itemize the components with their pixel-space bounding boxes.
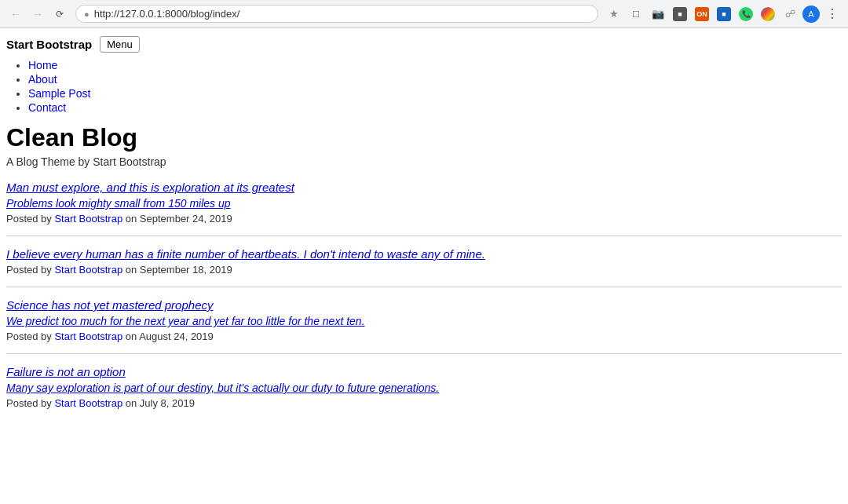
nav-link-sample-post[interactable]: Sample Post: [28, 87, 90, 100]
nav-item-about: About: [28, 73, 842, 86]
post-1-subtitle-link[interactable]: Problems look mighty small from 150 mile…: [6, 197, 842, 210]
nav-item-contact: Contact: [28, 101, 842, 114]
post-4-subtitle-link[interactable]: Many say exploration is part of our dest…: [6, 382, 842, 394]
post-2-meta: Posted by Start Bootstrap on September 1…: [6, 264, 842, 276]
blog-subtitle: A Blog Theme by Start Bootstrap: [6, 155, 842, 168]
post-4-date: July 8, 2019: [140, 397, 195, 409]
extension5-icon[interactable]: [758, 5, 777, 24]
extension4-icon[interactable]: 📞: [737, 5, 755, 24]
post-1-author-link[interactable]: Start Bootstrap: [54, 213, 122, 225]
ext4-circle: 📞: [739, 7, 753, 21]
post-1-title-link[interactable]: Man must explore, and this is exploratio…: [6, 181, 842, 194]
post-2-date: September 18, 2019: [140, 264, 232, 276]
chrome-menu-icon[interactable]: ⋮: [823, 5, 842, 24]
post-item-1: Man must explore, and this is exploratio…: [6, 181, 842, 236]
post-1-meta: Posted by Start Bootstrap on September 2…: [6, 213, 842, 225]
post-item-3: Science has not yet mastered prophecy We…: [6, 298, 842, 354]
post-4-meta: Posted by Start Bootstrap on July 8, 201…: [6, 397, 842, 409]
browser-chrome: ← → ⟳ ● http://127.0.0.1:8000/blog/index…: [0, 0, 848, 28]
post-item-2: I believe every human has a finite numbe…: [6, 247, 842, 287]
url-text: http://127.0.0.1:8000/blog/index/: [94, 8, 240, 20]
post-2-title-link[interactable]: I believe every human has a finite numbe…: [6, 247, 842, 261]
nav-link-home[interactable]: Home: [28, 59, 57, 71]
post-3-meta: Posted by Start Bootstrap on August 24, …: [6, 331, 842, 342]
toolbar-icons: ★ □ 📷 ■ ON ■ 📞 ☍ A ⋮: [605, 5, 842, 24]
forward-button[interactable]: →: [28, 5, 47, 24]
screenshot-icon[interactable]: □: [627, 5, 645, 24]
nav-item-home: Home: [28, 59, 842, 71]
ext1-box: ■: [673, 7, 687, 21]
address-bar[interactable]: ● http://127.0.0.1:8000/blog/index/: [75, 5, 598, 23]
post-4-title-link[interactable]: Failure is not an option: [6, 365, 842, 378]
menu-button[interactable]: Menu: [100, 36, 140, 53]
extension2-icon[interactable]: ON: [693, 5, 711, 24]
lock-icon: ●: [84, 9, 90, 19]
nav-list: Home About Sample Post Contact: [6, 59, 842, 114]
post-1-date: September 24, 2019: [140, 213, 232, 225]
nav-link-about[interactable]: About: [28, 73, 57, 86]
back-button[interactable]: ←: [6, 5, 25, 24]
ext3-box: ■: [717, 7, 731, 21]
extensions-puzzle-icon[interactable]: ☍: [780, 5, 799, 24]
post-3-author-link[interactable]: Start Bootstrap: [54, 331, 122, 342]
extension1-icon[interactable]: ■: [671, 5, 689, 24]
navbar: Start Bootstrap Menu: [6, 33, 842, 56]
post-3-title-link[interactable]: Science has not yet mastered prophecy: [6, 298, 842, 312]
brand-link[interactable]: Start Bootstrap: [6, 38, 92, 51]
post-3-date: August 24, 2019: [139, 331, 214, 342]
post-item-4: Failure is not an option Many say explor…: [6, 365, 842, 420]
reload-button[interactable]: ⟳: [50, 5, 69, 24]
camera-icon[interactable]: 📷: [649, 5, 667, 24]
nav-link-contact[interactable]: Contact: [28, 101, 66, 114]
post-3-subtitle-link[interactable]: We predict too much for the next year an…: [6, 315, 842, 327]
bookmark-star-icon[interactable]: ★: [605, 5, 623, 24]
post-4-author-link[interactable]: Start Bootstrap: [54, 397, 122, 409]
page-content: Start Bootstrap Menu Home About Sample P…: [0, 28, 848, 436]
ext5-circle: [761, 7, 775, 21]
nav-buttons: ← → ⟳: [6, 5, 69, 24]
blog-title: Clean Blog: [6, 123, 842, 152]
extension3-icon[interactable]: ■: [715, 5, 733, 24]
nav-item-sample-post: Sample Post: [28, 87, 842, 100]
ext2-box: ON: [695, 7, 709, 21]
profile-avatar[interactable]: A: [802, 5, 820, 23]
post-2-author-link[interactable]: Start Bootstrap: [54, 264, 122, 276]
